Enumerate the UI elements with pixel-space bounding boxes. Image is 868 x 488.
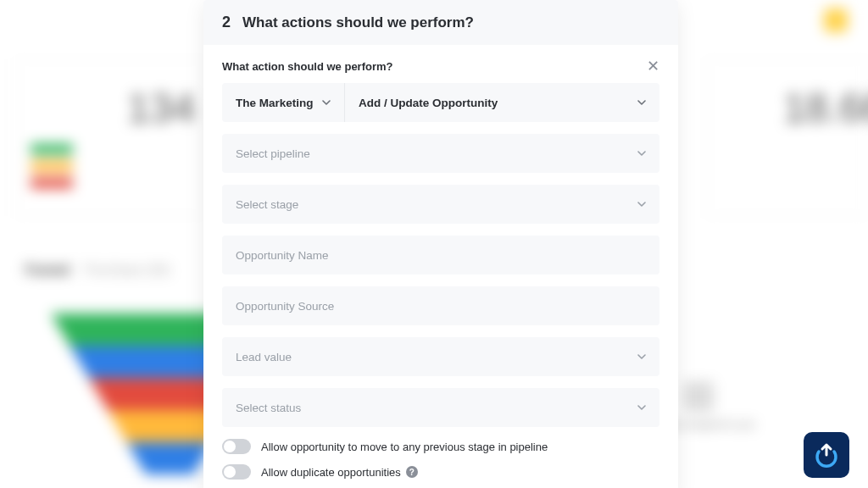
lead-value-placeholder: Lead value bbox=[236, 351, 292, 363]
brand-logo bbox=[804, 432, 849, 478]
allow-previous-stage-label: Allow opportunity to move to any previou… bbox=[261, 441, 548, 453]
step-number: 2 bbox=[222, 14, 231, 31]
allow-previous-stage-toggle[interactable] bbox=[222, 439, 251, 454]
status-placeholder: Select status bbox=[236, 402, 301, 414]
chevron-down-icon bbox=[637, 403, 646, 412]
funnel-heading: Funnel bbox=[25, 263, 70, 278]
question-label: What action should we perform? bbox=[222, 60, 659, 73]
pipeline-placeholder: Select pipeline bbox=[236, 147, 310, 160]
stage-select[interactable]: Select stage bbox=[222, 185, 659, 224]
chevron-down-icon bbox=[637, 98, 646, 107]
metric-right: 18.66 bbox=[783, 85, 868, 131]
metric-left: 134 bbox=[127, 85, 195, 131]
lead-value-select[interactable]: Lead value bbox=[222, 337, 659, 376]
chevron-down-icon bbox=[637, 352, 646, 361]
funnel-subheading: Purchase (34) bbox=[85, 263, 170, 278]
chevron-down-icon bbox=[637, 200, 646, 208]
pipeline-select[interactable]: Select pipeline bbox=[222, 134, 659, 173]
chevron-down-icon bbox=[322, 98, 331, 107]
status-select[interactable]: Select status bbox=[222, 388, 659, 427]
workspace-select[interactable]: The Marketing bbox=[222, 83, 345, 122]
notification-bell-icon bbox=[824, 8, 848, 32]
allow-duplicate-toggle[interactable] bbox=[222, 464, 251, 480]
close-icon[interactable]: ✕ bbox=[647, 58, 659, 74]
action-select[interactable]: Add / Update Opportunity bbox=[345, 83, 659, 122]
opportunity-name-input[interactable]: Opportunity Name bbox=[222, 236, 659, 274]
opportunity-source-placeholder: Opportunity Source bbox=[236, 300, 334, 313]
modal-title: What actions should we perform? bbox=[242, 14, 474, 31]
chevron-down-icon bbox=[637, 149, 646, 158]
workflow-action-modal: 2 What actions should we perform? ✕ What… bbox=[203, 0, 678, 488]
action-select-value: Add / Update Opportunity bbox=[359, 97, 498, 109]
allow-duplicate-label: Allow duplicate opportunities bbox=[261, 466, 401, 479]
opportunity-source-input[interactable]: Opportunity Source bbox=[222, 286, 659, 325]
opportunity-name-placeholder: Opportunity Name bbox=[236, 249, 329, 262]
workspace-select-value: The Marketing bbox=[236, 97, 314, 109]
help-icon[interactable]: ? bbox=[406, 466, 418, 478]
modal-header: 2 What actions should we perform? bbox=[203, 0, 678, 45]
stage-placeholder: Select stage bbox=[236, 198, 298, 211]
